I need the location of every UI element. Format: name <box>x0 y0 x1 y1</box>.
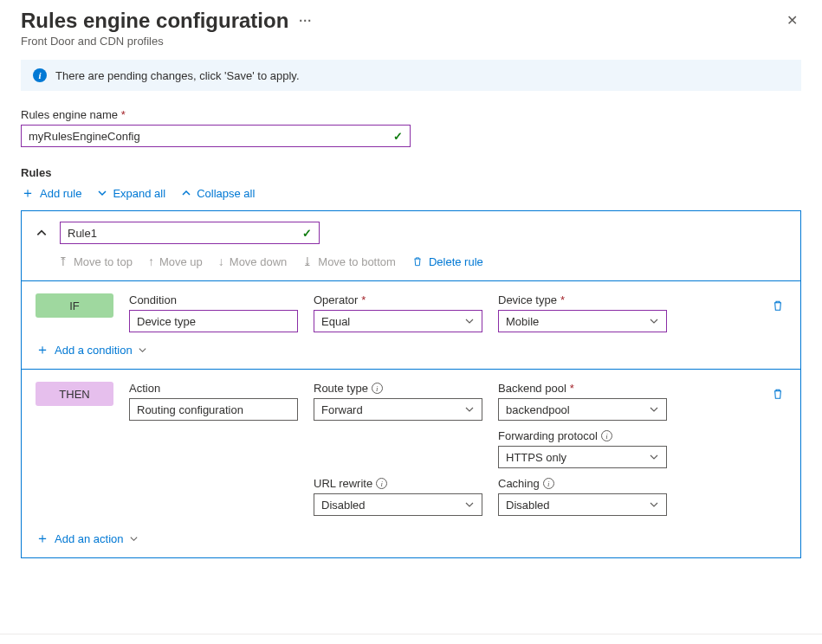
more-icon[interactable]: ··· <box>299 14 312 28</box>
info-text: There are pending changes, click 'Save' … <box>55 69 300 82</box>
add-rule-button[interactable]: ＋ Add rule <box>21 186 81 200</box>
chevron-up-icon <box>181 188 191 198</box>
close-icon[interactable]: ✕ <box>783 9 801 32</box>
backend-pool-label: Backend pool * <box>498 382 667 395</box>
device-type-select[interactable]: Mobile <box>498 310 667 332</box>
chevron-down-icon <box>129 534 139 544</box>
action-label: Action <box>129 382 298 395</box>
rules-heading: Rules <box>21 166 801 179</box>
chevron-down-icon <box>649 499 659 510</box>
operator-label: Operator * <box>314 293 482 306</box>
if-badge: IF <box>36 293 113 318</box>
arrow-up-icon: ↑ <box>148 254 154 268</box>
url-rewrite-select[interactable]: Disabled <box>314 493 482 516</box>
chevron-down-icon <box>464 499 475 510</box>
pending-changes-banner: i There are pending changes, click 'Save… <box>21 60 801 91</box>
then-section: THEN Action Routing configuration Route … <box>22 369 800 557</box>
caching-select[interactable]: Disabled <box>498 493 667 516</box>
backend-pool-select[interactable]: backendpool <box>498 398 667 421</box>
info-icon[interactable]: i <box>543 478 554 489</box>
rules-engine-name-label: Rules engine name * <box>21 108 801 121</box>
trash-icon <box>771 299 785 312</box>
page-title: Rules engine configuration <box>21 9 288 33</box>
plus-icon: ＋ <box>21 186 35 200</box>
chevron-down-icon <box>138 345 147 355</box>
info-icon[interactable]: i <box>376 478 387 489</box>
chevron-down-icon <box>649 452 659 462</box>
chevron-down-icon <box>649 404 659 415</box>
delete-action-button[interactable] <box>771 387 785 401</box>
move-to-top-button: ⤒ Move to top <box>58 254 133 268</box>
move-down-button: ↓ Move down <box>218 254 287 268</box>
chevron-down-icon <box>649 316 659 326</box>
info-icon[interactable]: i <box>601 430 612 441</box>
then-badge: THEN <box>36 382 113 406</box>
rules-engine-name-input[interactable]: myRulesEngineConfig <box>21 125 411 147</box>
expand-all-button[interactable]: Expand all <box>97 187 165 200</box>
arrow-down-icon: ↓ <box>218 254 224 268</box>
plus-icon: ＋ <box>36 531 49 545</box>
delete-condition-button[interactable] <box>771 299 785 312</box>
if-section: IF Condition Device type Operator * Equa… <box>22 280 800 369</box>
info-icon[interactable]: i <box>372 383 383 394</box>
action-input[interactable]: Routing configuration <box>129 398 298 421</box>
collapse-all-button[interactable]: Collapse all <box>181 187 255 200</box>
info-icon: i <box>33 68 47 82</box>
move-up-button: ↑ Move up <box>148 254 203 268</box>
route-type-select[interactable]: Forward <box>314 398 482 421</box>
operator-select[interactable]: Equal <box>314 310 482 332</box>
trash-icon <box>411 255 424 267</box>
rule-card: Rule1 ⤒ Move to top ↑ Move up ↓ Move dow… <box>21 210 801 558</box>
breadcrumb: Front Door and CDN profiles <box>21 35 312 48</box>
delete-rule-button[interactable]: Delete rule <box>411 255 483 268</box>
forwarding-protocol-label: Forwarding protocol i <box>498 429 667 442</box>
condition-label: Condition <box>129 293 298 306</box>
forwarding-protocol-select[interactable]: HTTPS only <box>498 446 667 468</box>
chevron-down-icon <box>464 404 475 415</box>
trash-icon <box>771 387 785 401</box>
url-rewrite-label: URL rewrite i <box>314 477 482 490</box>
add-action-button[interactable]: ＋ Add an action <box>36 531 786 545</box>
condition-input[interactable]: Device type <box>129 310 298 332</box>
move-to-bottom-button: ⤓ Move to bottom <box>302 254 396 268</box>
caching-label: Caching i <box>498 477 667 490</box>
chevron-down-icon <box>464 316 475 326</box>
arrow-top-icon: ⤒ <box>58 254 68 268</box>
route-type-label: Route type i <box>314 382 482 395</box>
collapse-rule-icon[interactable] <box>36 227 48 239</box>
rule-name-input[interactable]: Rule1 <box>60 222 320 244</box>
arrow-bottom-icon: ⤓ <box>302 254 313 268</box>
add-condition-button[interactable]: ＋ Add a condition <box>36 343 786 357</box>
device-type-label: Device type * <box>498 293 667 306</box>
plus-icon: ＋ <box>36 343 49 357</box>
chevron-down-icon <box>97 188 107 198</box>
